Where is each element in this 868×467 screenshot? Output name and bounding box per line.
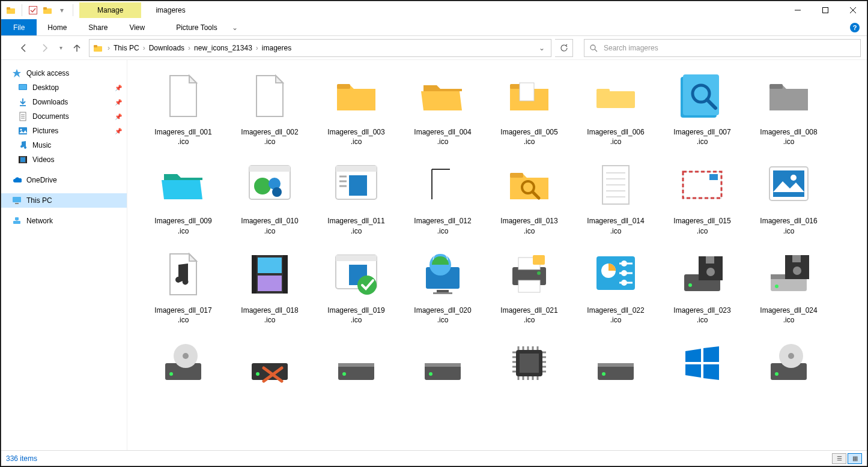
search-box[interactable] xyxy=(584,39,861,57)
tab-home[interactable]: Home xyxy=(37,19,77,35)
chevron-right-icon[interactable]: › xyxy=(142,44,147,52)
file-item[interactable] xyxy=(228,334,311,394)
chevron-right-icon[interactable]: › xyxy=(106,44,111,52)
drive-x-icon xyxy=(241,334,299,392)
new-folder-icon[interactable] xyxy=(41,4,53,16)
sidebar-item-pictures[interactable]: Pictures📌 xyxy=(1,124,127,138)
svg-point-98 xyxy=(706,268,715,276)
file-item[interactable]: Imageres_dll_011 .ico xyxy=(315,156,398,235)
file-item[interactable]: Imageres_dll_008 .ico xyxy=(747,67,830,146)
sidebar-item-downloads[interactable]: Downloads📌 xyxy=(1,95,127,109)
file-item[interactable]: Imageres_dll_001 .ico xyxy=(142,67,225,146)
svg-rect-70 xyxy=(283,255,288,294)
sidebar-item-this-pc[interactable]: This PC xyxy=(1,193,127,208)
tab-share[interactable]: Share xyxy=(77,19,118,35)
sidebar-item-videos[interactable]: Videos xyxy=(1,152,127,167)
file-item[interactable]: Imageres_dll_002 .ico xyxy=(228,67,311,146)
maximize-button[interactable] xyxy=(812,1,839,19)
file-item[interactable] xyxy=(401,334,484,394)
file-item[interactable]: Imageres_dll_019 .ico xyxy=(315,246,398,325)
file-label: Imageres_dll_012 .ico xyxy=(414,216,471,235)
manage-tab[interactable]: Manage xyxy=(79,2,141,18)
sidebar-item-desktop[interactable]: Desktop📌 xyxy=(1,80,127,95)
sidebar-item-documents[interactable]: Documents📌 xyxy=(1,109,127,124)
file-item[interactable] xyxy=(661,334,744,394)
up-button[interactable] xyxy=(68,40,85,56)
file-item[interactable]: Imageres_dll_010 .ico xyxy=(228,156,311,235)
properties-checkbox-icon[interactable] xyxy=(27,4,39,16)
help-button[interactable]: ? xyxy=(846,19,863,35)
svg-rect-72 xyxy=(258,276,282,291)
globe-monitor-icon xyxy=(414,246,472,303)
refresh-button[interactable] xyxy=(555,39,573,57)
minimize-button[interactable] xyxy=(784,1,812,19)
svg-rect-32 xyxy=(337,84,350,89)
file-item[interactable]: Imageres_dll_021 .ico xyxy=(488,246,571,325)
svg-rect-6 xyxy=(823,8,828,13)
details-view-button[interactable]: ☰ xyxy=(832,453,846,464)
address-dropdown-icon[interactable]: ⌄ xyxy=(535,44,548,52)
folder-search-y-icon xyxy=(500,156,558,214)
file-item[interactable]: Imageres_dll_022 .ico xyxy=(574,246,657,325)
file-item[interactable]: Imageres_dll_014 .ico xyxy=(574,156,657,235)
recent-dropdown-icon[interactable]: ▾ xyxy=(56,40,65,56)
breadcrumb-segment[interactable]: Downloads xyxy=(147,43,187,53)
file-item[interactable]: Imageres_dll_013 .ico xyxy=(488,156,571,235)
file-item[interactable]: Imageres_dll_007 .ico xyxy=(661,67,744,146)
svg-point-106 xyxy=(169,372,173,376)
svg-rect-49 xyxy=(349,175,367,196)
file-tab[interactable]: File xyxy=(1,19,37,35)
file-item[interactable] xyxy=(142,334,225,394)
forward-button[interactable] xyxy=(36,40,53,56)
back-button[interactable] xyxy=(16,40,32,56)
pin-icon: 📌 xyxy=(115,99,122,106)
address-bar[interactable]: › This PC › Downloads › new_icons_21343 … xyxy=(89,39,551,57)
svg-rect-64 xyxy=(709,174,718,180)
file-item[interactable]: Imageres_dll_003 .ico xyxy=(315,67,398,146)
file-label: Imageres_dll_011 .ico xyxy=(327,216,384,235)
svg-rect-41 xyxy=(769,84,783,89)
chevron-right-icon[interactable]: › xyxy=(187,44,192,52)
file-list[interactable]: Imageres_dll_001 .icoImageres_dll_002 .i… xyxy=(127,60,867,450)
sidebar-item-quick-access[interactable]: Quick access xyxy=(1,66,127,80)
tab-picture-tools[interactable]: Picture Tools xyxy=(165,19,228,35)
file-item[interactable] xyxy=(747,334,830,394)
svg-rect-10 xyxy=(94,45,97,47)
svg-marker-13 xyxy=(13,69,21,77)
file-item[interactable]: Imageres_dll_020 .ico xyxy=(401,246,484,325)
sidebar-item-music[interactable]: Music xyxy=(1,138,127,152)
collapse-ribbon-icon[interactable]: ⌄ xyxy=(228,19,241,35)
file-item[interactable]: Imageres_dll_006 .ico xyxy=(574,67,657,146)
file-item[interactable]: Imageres_dll_017 .ico xyxy=(142,246,225,325)
file-item[interactable]: Imageres_dll_016 .ico xyxy=(747,156,830,235)
folder-teal-icon xyxy=(154,156,212,214)
file-item[interactable] xyxy=(488,334,571,394)
search-input[interactable] xyxy=(604,44,855,52)
sidebar-item-network[interactable]: Network xyxy=(1,214,127,228)
svg-rect-30 xyxy=(15,217,19,220)
folder-docs-icon xyxy=(500,67,558,125)
file-item[interactable] xyxy=(315,334,398,394)
breadcrumb-segment[interactable]: new_icons_21343 xyxy=(192,43,255,53)
file-item[interactable]: Imageres_dll_018 .ico xyxy=(228,246,311,325)
svg-point-147 xyxy=(788,353,794,359)
file-item[interactable]: Imageres_dll_004 .ico xyxy=(401,67,484,146)
svg-rect-38 xyxy=(683,74,719,115)
breadcrumb-segment[interactable]: This PC xyxy=(111,43,142,53)
sidebar-item-onedrive[interactable]: OneDrive xyxy=(1,173,127,187)
breadcrumb-segment[interactable]: imageres xyxy=(259,43,294,53)
close-button[interactable] xyxy=(839,1,867,19)
file-item[interactable]: Imageres_dll_024 .ico xyxy=(747,246,830,325)
file-item[interactable]: Imageres_dll_015 .ico xyxy=(661,156,744,235)
tab-view[interactable]: View xyxy=(118,19,156,35)
chevron-right-icon[interactable]: › xyxy=(255,44,259,52)
qat-dropdown-icon[interactable]: ▾ xyxy=(56,4,68,16)
file-item[interactable]: Imageres_dll_005 .ico xyxy=(488,67,571,146)
svg-rect-71 xyxy=(258,258,282,273)
icons-view-button[interactable]: ▦ xyxy=(848,453,862,464)
drive-disc-icon xyxy=(760,334,818,392)
file-item[interactable]: Imageres_dll_012 .ico xyxy=(401,156,484,235)
file-item[interactable] xyxy=(574,334,657,394)
file-item[interactable]: Imageres_dll_023 .ico xyxy=(661,246,744,325)
file-item[interactable]: Imageres_dll_009 .ico xyxy=(142,156,225,235)
